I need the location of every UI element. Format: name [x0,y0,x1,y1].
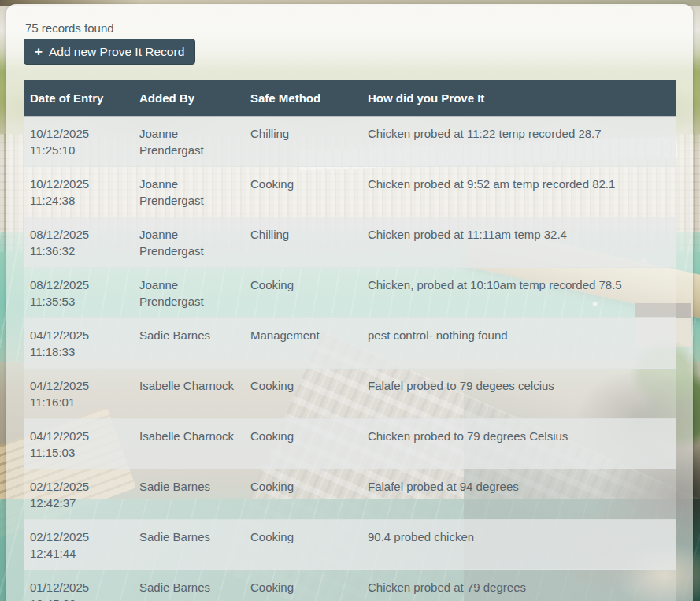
prove-it-records-table: Date of Entry Added By Safe Method How d… [24,80,676,601]
col-header-how-did-you-prove-it: How did you Prove It [361,80,676,117]
prove-note-cell: 90.4 probed chicken [361,520,676,570]
added-by-cell: Isabelle Charnock [133,419,244,469]
safe-method-cell: Cooking [244,268,361,318]
added-by-cell: Sadie Barnes [133,570,244,601]
safe-method-cell: Chilling [244,117,361,167]
app-window: 75 records found + Add new Prove It Reco… [0,0,700,601]
entry-date-cell: 04/12/202511:16:01 [24,369,133,419]
entry-date: 08/12/2025 [30,226,127,243]
table-header: Date of Entry Added By Safe Method How d… [24,80,676,117]
content-panel: 75 records found + Add new Prove It Reco… [6,4,693,601]
prove-note-cell: Chicken probed at 11:22 temp recorded 28… [361,117,676,167]
entry-date-cell: 10/12/202511:25:10 [24,117,133,167]
prove-note-cell: Chicken probed at 9:52 am temp recorded … [361,167,676,217]
entry-date-cell: 02/12/202512:41:44 [24,520,133,570]
records-count: 75 records found [25,21,676,35]
prove-note-cell: Chicken probed at 11:11am temp 32.4 [361,217,676,268]
safe-method-cell: Cooking [244,369,361,419]
safe-method-cell: Cooking [244,469,361,520]
entry-date-cell: 08/12/202511:36:32 [24,217,133,268]
table-row: 10/12/202511:25:10Joanne PrendergastChil… [24,117,676,167]
entry-time: 11:35:53 [30,293,127,310]
entry-date-cell: 04/12/202511:15:03 [24,419,133,469]
added-by-cell: Joanne Prendergast [133,167,244,217]
safe-method-cell: Management [244,318,361,369]
table-row: 10/12/202511:24:38Joanne PrendergastCook… [24,167,676,217]
entry-date: 10/12/2025 [30,125,127,142]
entry-date-cell: 02/12/202512:42:37 [24,469,133,520]
table-row: 01/12/202510:45:08Sadie BarnesCookingChi… [24,570,676,601]
added-by-cell: Isabelle Charnock [133,369,244,419]
table-row: 02/12/202512:41:44Sadie BarnesCooking90.… [24,520,676,570]
entry-time: 11:25:10 [30,142,127,158]
added-by-cell: Sadie Barnes [133,318,244,369]
added-by-cell: Joanne Prendergast [133,217,244,268]
entry-time: 11:18:33 [30,343,127,360]
prove-note-cell: Falafel probed at 94 degrees [361,469,676,520]
col-header-safe-method: Safe Method [244,80,361,117]
table-row: 02/12/202512:42:37Sadie BarnesCookingFal… [24,469,676,520]
table-row: 04/12/202511:18:33Sadie BarnesManagement… [24,318,676,369]
entry-date-cell: 04/12/202511:18:33 [24,318,133,369]
prove-note-cell: Falafel probed to 79 degees celcius [361,369,676,419]
entry-time: 12:42:37 [30,495,127,511]
entry-date: 04/12/2025 [30,377,127,394]
col-header-added-by: Added By [133,80,244,117]
table-header-row: Date of Entry Added By Safe Method How d… [24,80,676,117]
prove-note-cell: pest control- nothing found [361,318,676,369]
entry-date: 02/12/2025 [30,529,127,545]
entry-date: 10/12/2025 [30,176,127,192]
add-record-button-label: Add new Prove It Record [49,44,184,59]
safe-method-cell: Cooking [244,570,361,601]
entry-date: 04/12/2025 [30,327,127,343]
table-body: 10/12/202511:25:10Joanne PrendergastChil… [24,117,676,601]
entry-time: 11:24:38 [30,192,127,209]
safe-method-cell: Chilling [244,217,361,268]
prove-note-cell: Chicken probed at 79 degrees [361,570,676,601]
table-row: 08/12/202511:36:32Joanne PrendergastChil… [24,217,676,268]
prove-note-cell: Chicken probed to 79 degrees Celsius [361,419,676,469]
entry-date: 04/12/2025 [30,428,127,444]
entry-time: 12:41:44 [30,545,127,562]
entry-time: 11:16:01 [30,394,127,410]
added-by-cell: Sadie Barnes [133,520,244,570]
col-header-date-of-entry: Date of Entry [24,80,133,117]
entry-time: 11:15:03 [30,444,127,461]
entry-date-cell: 01/12/202510:45:08 [24,570,133,601]
entry-date: 01/12/2025 [30,579,127,595]
added-by-cell: Joanne Prendergast [133,117,244,167]
entry-date-cell: 10/12/202511:24:38 [24,167,133,217]
prove-note-cell: Chicken, probed at 10:10am temp recorded… [361,268,676,318]
safe-method-cell: Cooking [244,167,361,217]
entry-date: 08/12/2025 [30,276,127,293]
table-row: 08/12/202511:35:53Joanne PrendergastCook… [24,268,676,318]
added-by-cell: Sadie Barnes [133,469,244,520]
entry-time: 11:36:32 [30,243,127,259]
entry-date-cell: 08/12/202511:35:53 [24,268,133,318]
content-area: 75 records found + Add new Prove It Reco… [6,4,693,601]
add-record-button[interactable]: + Add new Prove It Record [24,39,195,65]
entry-time: 10:45:08 [30,595,127,601]
safe-method-cell: Cooking [244,520,361,570]
entry-date: 02/12/2025 [30,478,127,495]
table-row: 04/12/202511:16:01Isabelle CharnockCooki… [24,369,676,419]
table-row: 04/12/202511:15:03Isabelle CharnockCooki… [24,419,676,469]
added-by-cell: Joanne Prendergast [133,268,244,318]
plus-icon: + [35,45,43,58]
safe-method-cell: Cooking [244,419,361,469]
